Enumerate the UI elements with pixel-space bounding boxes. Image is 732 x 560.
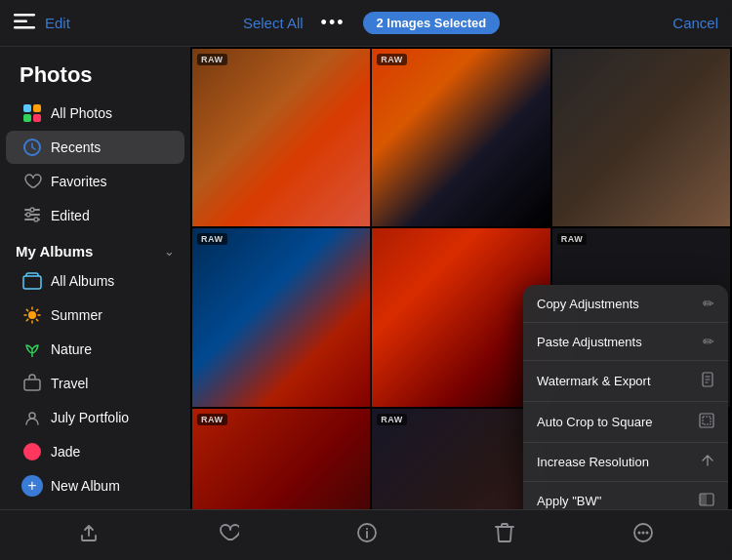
raw-badge-1: RAW	[197, 54, 227, 65]
new-album-label: New Album	[51, 478, 120, 494]
july-portfolio-label: July Portfolio	[51, 410, 129, 425]
svg-rect-14	[23, 276, 41, 289]
device-frame: Edit Select All ••• 2 Images Selected Ca…	[0, 0, 732, 560]
july-portfolio-icon	[21, 407, 43, 428]
menu-item-auto-crop[interactable]: Auto Crop to Square	[523, 402, 728, 443]
favorite-button[interactable]	[218, 523, 239, 547]
svg-rect-5	[23, 114, 31, 122]
copy-adjustments-icon: ✏	[703, 296, 714, 311]
sidebar-item-nature[interactable]: Nature	[6, 333, 184, 366]
favorites-label: Favorites	[51, 174, 107, 189]
recents-label: Recents	[51, 140, 101, 155]
sidebar-item-edited[interactable]: Edited	[6, 199, 184, 232]
cancel-button[interactable]: Cancel	[672, 15, 718, 31]
svg-rect-25	[700, 494, 707, 505]
menu-item-increase-resolution[interactable]: Increase Resolution	[523, 443, 728, 482]
increase-resolution-icon	[701, 454, 714, 470]
auto-crop-icon	[699, 413, 714, 431]
svg-point-11	[26, 213, 30, 217]
sidebar-item-travel[interactable]: Travel	[6, 367, 184, 400]
menu-item-copy-adjustments[interactable]: Copy Adjustments ✏	[523, 285, 728, 323]
svg-rect-16	[24, 380, 40, 390]
apply-bw-label: Apply "BW"	[537, 494, 601, 508]
svg-rect-0	[14, 14, 35, 17]
auto-crop-label: Auto Crop to Square	[537, 415, 653, 429]
svg-rect-22	[700, 414, 713, 427]
photo-cell-4[interactable]: RAW	[192, 228, 370, 406]
raw-badge-8: RAW	[377, 414, 407, 425]
svg-rect-23	[703, 417, 711, 424]
sidebar-item-all-albums[interactable]: All Albums	[6, 264, 184, 298]
edited-icon	[21, 205, 43, 226]
all-albums-label: All Albums	[51, 273, 114, 289]
info-button[interactable]	[356, 522, 378, 548]
svg-rect-6	[33, 114, 41, 122]
context-menu: Copy Adjustments ✏ Paste Adjustments ✏ W…	[523, 285, 728, 509]
my-albums-section-header[interactable]: My Albums ⌄	[0, 233, 190, 263]
raw-badge-4: RAW	[197, 233, 227, 245]
photo-cell-1[interactable]: RAW	[192, 49, 370, 226]
svg-point-17	[29, 413, 35, 419]
svg-rect-2	[14, 26, 35, 29]
top-bar-left: Edit	[14, 14, 70, 32]
watermark-export-label: Watermark & Export	[537, 374, 651, 388]
photo-cell-2[interactable]: RAW	[372, 49, 549, 226]
selected-badge: 2 Images Selected	[363, 12, 501, 34]
paste-adjustments-label: Paste Adjustments	[537, 335, 642, 349]
select-all-button[interactable]: Select All	[243, 15, 304, 31]
jade-label: Jade	[51, 444, 80, 460]
nature-icon	[21, 339, 43, 360]
svg-point-15	[28, 311, 36, 319]
sidebar-item-jade[interactable]: Jade	[6, 435, 184, 468]
svg-rect-4	[33, 104, 41, 112]
nature-label: Nature	[51, 341, 92, 357]
edited-label: Edited	[51, 208, 90, 223]
raw-badge-2: RAW	[377, 54, 407, 65]
my-albums-title: My Albums	[16, 243, 93, 260]
svg-point-27	[366, 528, 368, 530]
svg-point-29	[641, 532, 644, 535]
more-options-icon[interactable]: •••	[321, 13, 346, 33]
edit-button[interactable]: Edit	[45, 15, 70, 31]
svg-rect-3	[23, 104, 31, 112]
menu-item-apply-bw[interactable]: Apply "BW"	[523, 482, 728, 509]
top-bar: Edit Select All ••• 2 Images Selected Ca…	[0, 0, 732, 47]
top-bar-right: Cancel	[672, 15, 718, 32]
svg-point-13	[30, 208, 34, 212]
sidebar-item-favorites[interactable]: Favorites	[6, 165, 184, 198]
all-photos-icon	[21, 102, 43, 124]
summer-label: Summer	[51, 307, 102, 323]
top-bar-center: Select All ••• 2 Images Selected	[243, 12, 500, 34]
sidebar-toggle-button[interactable]	[14, 14, 35, 32]
sidebar-item-recents[interactable]: Recents	[6, 131, 184, 164]
photo-area[interactable]: RAW RAW RAW RAW RAW	[190, 47, 732, 509]
menu-item-watermark-export[interactable]: Watermark & Export	[523, 361, 728, 402]
share-button[interactable]	[78, 522, 100, 548]
photo-cell-7[interactable]: RAW	[192, 409, 370, 509]
svg-point-12	[34, 218, 38, 221]
travel-icon	[21, 373, 43, 394]
all-photos-label: All Photos	[51, 105, 112, 121]
recents-icon	[21, 137, 43, 158]
sidebar-item-july-portfolio[interactable]: July Portfolio	[6, 401, 184, 434]
copy-adjustments-label: Copy Adjustments	[537, 297, 639, 311]
delete-button[interactable]	[495, 522, 514, 548]
raw-badge-6: RAW	[557, 233, 588, 245]
svg-point-31	[645, 532, 648, 535]
favorites-icon	[21, 171, 43, 192]
sidebar-item-summer[interactable]: Summer	[6, 299, 184, 332]
svg-point-30	[637, 532, 640, 535]
more-button[interactable]	[632, 522, 654, 548]
menu-item-paste-adjustments[interactable]: Paste Adjustments ✏	[523, 323, 728, 361]
paste-adjustments-icon: ✏	[703, 334, 714, 349]
my-albums-chevron: ⌄	[164, 244, 175, 259]
sidebar-item-all-photos[interactable]: All Photos	[6, 97, 184, 130]
all-albums-icon	[21, 270, 43, 292]
jade-icon	[21, 441, 43, 462]
bottom-toolbar	[0, 509, 732, 560]
travel-label: Travel	[51, 376, 88, 391]
photo-cell-3[interactable]	[552, 49, 730, 226]
main-layout: Photos All Photos	[0, 47, 732, 509]
sidebar-item-new-album[interactable]: + New Album	[6, 469, 184, 502]
sidebar: Photos All Photos	[0, 47, 190, 509]
